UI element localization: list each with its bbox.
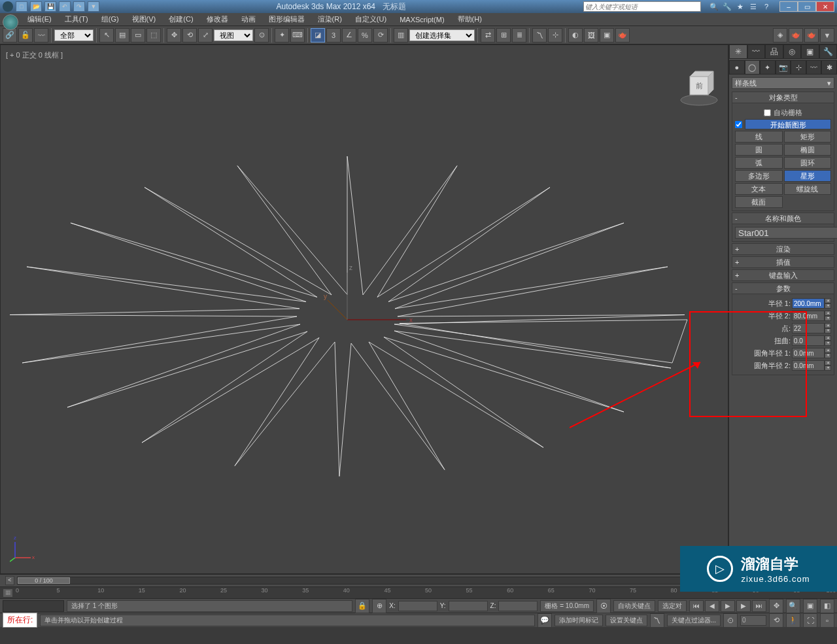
keymode-icon[interactable]: ⌨ bbox=[290, 28, 305, 42]
params-header[interactable]: -参数 bbox=[732, 282, 834, 294]
spinner-snap-icon[interactable]: ⟳ bbox=[373, 28, 388, 42]
graphite-tool3-icon[interactable]: 🫖 bbox=[804, 28, 819, 42]
menu-graph[interactable]: 图形编辑器 bbox=[262, 13, 311, 25]
setkey-button[interactable]: 设置关键点 bbox=[606, 615, 647, 626]
ellipse-button[interactable]: 椭圆 bbox=[784, 144, 832, 156]
radius2-up[interactable]: ▴ bbox=[825, 311, 831, 316]
star-button[interactable]: 星形 bbox=[784, 170, 832, 182]
newshape-checkbox[interactable] bbox=[735, 121, 742, 128]
radius2-input[interactable] bbox=[792, 311, 825, 321]
qat-redo-icon[interactable]: ↷ bbox=[73, 1, 85, 12]
fillet2-up[interactable]: ▴ bbox=[825, 360, 831, 365]
render-frame-icon[interactable]: ▣ bbox=[600, 28, 614, 42]
qat-new-icon[interactable]: □ bbox=[16, 1, 27, 12]
keyboard-rollout-header[interactable]: +键盘输入 bbox=[732, 269, 834, 281]
render-setup-icon[interactable]: 🖼 bbox=[584, 28, 598, 42]
comm-icon[interactable]: ☰ bbox=[748, 1, 759, 12]
helpers-tab-icon[interactable]: ⊹ bbox=[791, 60, 806, 75]
menu-maxscript[interactable]: MAXScript(M) bbox=[393, 14, 451, 25]
nav-extra-icon[interactable]: ▫ bbox=[820, 613, 834, 628]
menu-custom[interactable]: 自定义(U) bbox=[349, 13, 393, 25]
add-time-tag[interactable]: 添加时间标记 bbox=[555, 615, 603, 626]
menu-group[interactable]: 组(G) bbox=[95, 13, 126, 25]
unlink-icon[interactable]: 🔓 bbox=[18, 28, 33, 42]
render-rollout-header[interactable]: +渲染 bbox=[732, 243, 834, 255]
menu-view[interactable]: 视图(V) bbox=[126, 13, 163, 25]
nav-pan-icon[interactable]: ✥ bbox=[769, 599, 783, 613]
cameras-tab-icon[interactable]: 📷 bbox=[776, 60, 791, 75]
nav-zoomext-icon[interactable]: ▣ bbox=[803, 599, 817, 613]
frame-input[interactable] bbox=[740, 615, 766, 626]
trackbar-mode-icon[interactable]: ▦ bbox=[3, 588, 13, 598]
ngon-button[interactable]: 多边形 bbox=[735, 170, 783, 182]
graphite-tool1-icon[interactable]: ◈ bbox=[773, 28, 787, 42]
utilities-tab-icon[interactable]: 🔧 bbox=[819, 44, 838, 59]
menu-create[interactable]: 创建(C) bbox=[162, 13, 199, 25]
percent-snap-icon[interactable]: % bbox=[358, 28, 372, 42]
material-icon[interactable]: ◐ bbox=[568, 28, 583, 42]
snap-toggle-icon[interactable]: ◪ bbox=[311, 28, 325, 42]
close-button[interactable]: ✕ bbox=[816, 1, 834, 12]
radius1-up[interactable]: ▴ bbox=[825, 298, 831, 303]
selection-filter-combo[interactable]: 全部 bbox=[54, 29, 94, 41]
section-button[interactable]: 截面 bbox=[735, 196, 783, 208]
display-tab-icon[interactable]: ▣ bbox=[801, 44, 819, 59]
key-mode-icon[interactable]: 〽 bbox=[650, 613, 664, 628]
move-icon[interactable]: ✥ bbox=[167, 28, 181, 42]
snap-3[interactable]: 3 bbox=[326, 28, 341, 42]
minilistener[interactable] bbox=[3, 600, 64, 612]
fillet1-up[interactable]: ▴ bbox=[825, 348, 831, 353]
app-icon[interactable] bbox=[3, 1, 13, 12]
autogrid-checkbox[interactable] bbox=[764, 109, 771, 116]
abs-rel-icon[interactable]: ⊕ bbox=[372, 599, 386, 613]
fillet1-input[interactable] bbox=[792, 348, 825, 358]
named-selection-combo[interactable]: 创建选择集 bbox=[409, 29, 475, 41]
text-button[interactable]: 文本 bbox=[735, 183, 783, 195]
qat-more-icon[interactable]: ▼ bbox=[88, 1, 99, 12]
select-rect-icon[interactable]: ▭ bbox=[131, 28, 145, 42]
ref-coord-combo[interactable]: 视图 bbox=[214, 29, 253, 41]
rotate-icon[interactable]: ⟲ bbox=[182, 28, 197, 42]
bind-icon[interactable]: 〰 bbox=[34, 28, 48, 42]
points-down[interactable]: ▾ bbox=[825, 328, 831, 333]
points-up[interactable]: ▴ bbox=[825, 323, 831, 328]
selset-combo[interactable]: 选定对 bbox=[658, 600, 687, 612]
curve-editor-icon[interactable]: 〽 bbox=[532, 28, 547, 42]
radius1-input[interactable] bbox=[792, 298, 825, 309]
rectangle-button[interactable]: 矩形 bbox=[784, 131, 832, 143]
nav-orbit-icon[interactable]: ⟲ bbox=[769, 613, 783, 628]
z-input[interactable] bbox=[498, 601, 538, 611]
lights-tab-icon[interactable]: ✦ bbox=[760, 60, 776, 75]
help-icon[interactable]: ? bbox=[761, 1, 772, 12]
interp-rollout-header[interactable]: +插值 bbox=[732, 256, 834, 268]
manip-icon[interactable]: ✦ bbox=[275, 28, 289, 42]
play-icon[interactable]: ▶ bbox=[721, 600, 735, 612]
goto-end-icon[interactable]: ⏭ bbox=[752, 600, 766, 612]
pivot-icon[interactable]: ⊙ bbox=[254, 28, 269, 42]
distort-input[interactable] bbox=[792, 335, 825, 346]
fillet2-down[interactable]: ▾ bbox=[825, 365, 831, 371]
x-input[interactable] bbox=[398, 601, 437, 611]
infocenter-icon[interactable]: 🔍 bbox=[709, 1, 719, 12]
menu-help[interactable]: 帮助(H) bbox=[451, 13, 488, 25]
qat-open-icon[interactable]: 📂 bbox=[30, 1, 42, 12]
name-color-header[interactable]: -名称和颜色 bbox=[732, 212, 834, 224]
donut-button[interactable]: 圆环 bbox=[784, 157, 832, 169]
key-filter-button[interactable]: 关键点过滤器... bbox=[667, 615, 721, 626]
angle-snap-icon[interactable]: ∠ bbox=[342, 28, 356, 42]
mirror-icon[interactable]: ⇄ bbox=[481, 28, 495, 42]
tool1-icon[interactable]: 🔧 bbox=[722, 1, 732, 12]
menu-tools[interactable]: 工具(T) bbox=[58, 13, 95, 25]
fillet2-input[interactable] bbox=[792, 360, 825, 371]
viewcube[interactable]: 前 bbox=[678, 65, 720, 108]
select-name-icon[interactable]: ▤ bbox=[115, 28, 129, 42]
motion-tab-icon[interactable]: ◎ bbox=[783, 44, 802, 59]
helix-button[interactable]: 螺旋线 bbox=[784, 183, 832, 195]
arc-button[interactable]: 弧 bbox=[735, 157, 783, 169]
time-slider-thumb[interactable]: 0 / 100 bbox=[18, 577, 70, 584]
distort-down[interactable]: ▾ bbox=[825, 341, 831, 346]
nav-walk-icon[interactable]: 🚶 bbox=[786, 613, 800, 628]
object-name-input[interactable] bbox=[735, 227, 837, 239]
shape-category-dropdown[interactable]: 样条线▾ bbox=[732, 77, 834, 89]
select-icon[interactable]: ↖ bbox=[99, 28, 114, 42]
